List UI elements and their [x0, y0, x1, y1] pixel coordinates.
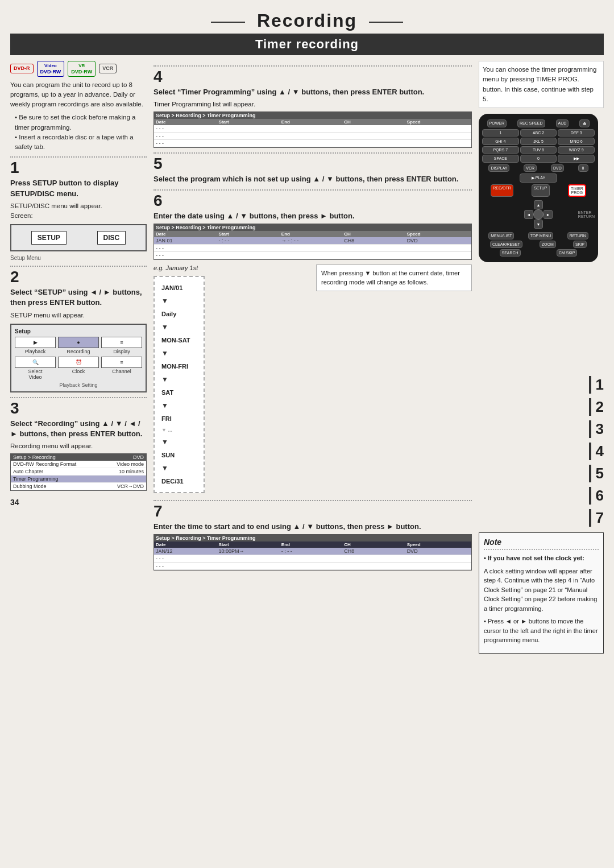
setup-menu-icons: ▶ Playback ● Recording ≡ Display 🔍 — [15, 337, 142, 380]
btn-2[interactable]: ABC 2 — [520, 129, 557, 137]
title-text: Recording — [257, 10, 357, 31]
btn-3[interactable]: DEF 3 — [558, 129, 595, 137]
disc-box: DISC — [97, 231, 126, 245]
ds-arrow-1: ▼ — [161, 294, 197, 308]
pause-btn[interactable]: II — [578, 164, 588, 172]
timer-row-7-data: JAN/1210:00PM→- : - -CH8DVD — [154, 548, 471, 555]
intro-text: You can program the unit to record up to… — [10, 80, 147, 110]
ds-mon-sat: MON-SAT — [161, 334, 197, 346]
dpad-enter[interactable] — [533, 209, 544, 220]
skip-btn[interactable]: SKIP — [573, 241, 587, 248]
main-title: Recording — [10, 10, 604, 31]
btn-space[interactable]: SPACE — [482, 155, 519, 163]
remote-clear-row: CLEAR/RESET ZOOM SKIP — [482, 241, 595, 248]
remote-dpad-area: ▲ ▼ ◄ ► ENTERRETURN — [482, 200, 595, 229]
step3-num: 3 — [10, 400, 147, 416]
bullet-disc: Insert a recordable disc or a tape with … — [15, 133, 147, 152]
timer-row-6-data: JAN 01- : - -→ - : - -CH8DVD — [154, 237, 471, 245]
rec-otr-btn[interactable]: REC/OTR — [491, 184, 513, 197]
timer-prog-btn[interactable]: TIMERPROG — [568, 184, 586, 197]
step1-screen-label: Screen: — [10, 211, 147, 221]
playback-setting-label: Playback Setting — [15, 382, 142, 388]
eg-label: e.g. January 1st — [154, 264, 309, 271]
timer-prog-table-7: Setup > Recording > Timer Programming Da… — [154, 534, 472, 571]
subtitle-bar: Timer recording — [10, 34, 604, 55]
btn-6[interactable]: MNO 6 — [558, 138, 595, 145]
dpad-down[interactable]: ▼ — [534, 220, 543, 229]
step6-date-seq-area: e.g. January 1st JAN/01 ▼ Daily ▼ MON-SA… — [154, 262, 309, 495]
remote-control: POWER REC SPEED AUD ⏏ 1 ABC 2 DEF 3 GHI … — [479, 114, 598, 262]
step2-num: 2 — [10, 269, 147, 285]
ds-mon-fri: MON-FRI — [161, 360, 197, 373]
ds-arrow-3: ▼ — [161, 346, 197, 360]
btn-4[interactable]: GHI 4 — [482, 138, 519, 145]
left-column: DVD-R VideoDVD-RW VRDVD-RW VCR You can p… — [10, 61, 147, 507]
center-column: 4 Select “Timer Programming” using ▲ / ▼… — [154, 61, 472, 573]
remote-mid-row: DISPLAY VCR DVD II — [482, 164, 595, 172]
dvdrw-video-icon: VideoDVD-RW — [37, 61, 65, 77]
note-bullet-1: If you have not set the clock yet: — [484, 553, 599, 563]
ds-arrow-5: ▼ — [161, 399, 197, 412]
ds-sun: SUN — [161, 449, 197, 461]
step1-num: 1 — [10, 160, 147, 176]
step7-num: 7 — [154, 503, 472, 519]
menu-list-btn[interactable]: MENU/LIST — [488, 232, 514, 239]
rec-speed-btn[interactable]: REC SPEED — [517, 119, 545, 127]
ds-arrow-8: ▼ — [161, 461, 197, 475]
display-icon: ≡ — [101, 337, 142, 348]
search-btn[interactable]: SEARCH — [500, 249, 521, 257]
intro-bullets: Be sure to set the clock before making a… — [10, 113, 147, 152]
setup-btn[interactable]: SETUP — [532, 184, 549, 197]
channel-icon: ≡ — [101, 357, 142, 368]
rec-row-4: Dubbing Mode VCR→DVD — [11, 483, 146, 490]
side-step7: 7 — [589, 509, 604, 527]
btn-skip-fwd[interactable]: ▶▶ — [558, 155, 595, 163]
cm-skip-btn[interactable]: CM SKIP — [557, 249, 578, 257]
display-btn[interactable]: DISPLAY — [488, 164, 509, 172]
audio-btn[interactable]: AUD — [556, 119, 569, 127]
step2-heading: Select “SETUP” using ◄ / ► buttons, then… — [10, 287, 147, 308]
btn-1[interactable]: 1 — [482, 129, 519, 137]
step1-heading: Press SETUP button to display SETUP/DISC… — [10, 178, 147, 199]
rec-row-3-highlight: Timer Programming — [11, 476, 146, 483]
btn-8[interactable]: TUV 8 — [520, 146, 557, 154]
top-menu-btn[interactable]: TOP MENU — [528, 232, 554, 239]
btn-9[interactable]: WXYZ 9 — [558, 146, 595, 154]
return-btn[interactable]: RETURN — [567, 232, 588, 239]
setup-menu-title: Setup — [15, 328, 142, 334]
note-title: Note — [484, 538, 599, 550]
timer-row-4-2: - - - — [154, 133, 471, 140]
remote-dpad: ▲ ▼ ◄ ► — [524, 200, 553, 229]
step3-body: Recording menu will appear. — [10, 441, 147, 451]
vcr-btn[interactable]: VCR — [524, 164, 537, 172]
dpad-right[interactable]: ► — [544, 210, 553, 219]
select-video-icon: 🔍 — [15, 357, 56, 368]
timer-row-6-2: - - - — [154, 245, 471, 252]
btn-7[interactable]: PQRS 7 — [482, 146, 519, 154]
power-btn[interactable]: POWER — [487, 119, 507, 127]
dpad-up[interactable]: ▲ — [534, 200, 543, 209]
note-bullet-2: Press ◄ or ► buttons to move the cursor … — [484, 617, 599, 645]
clear-reset-btn[interactable]: CLEAR/RESET — [490, 241, 522, 248]
step6-num: 6 — [154, 193, 472, 209]
btn-5[interactable]: JKL 5 — [520, 138, 557, 145]
remote-enter-label: ENTERRETURN — [578, 210, 595, 218]
setup-menu-screen: Setup ▶ Playback ● Recording ≡ Display — [10, 324, 147, 392]
timer-row-7-2: - - - — [154, 555, 471, 563]
timer-table-header-7: Setup > Recording > Timer Programming — [154, 535, 471, 542]
side-step6: 6 — [589, 487, 604, 505]
ds-jan01: JAN/01 — [161, 282, 197, 294]
open-close-btn[interactable]: ⏏ — [579, 119, 590, 127]
zoom-btn[interactable]: ZOOM — [540, 241, 556, 248]
ds-arrow-2: ▼ — [161, 320, 197, 334]
setup-menu-label: Setup Menu — [10, 255, 147, 261]
step6-when-pressing: When pressing ▼ button at the current da… — [316, 262, 472, 495]
side-step3: 3 — [589, 420, 604, 438]
side-step1: 1 — [589, 376, 604, 394]
note-body-1: A clock setting window will appear after… — [484, 567, 599, 614]
btn-0[interactable]: 0 — [520, 155, 557, 163]
dpad-left[interactable]: ◄ — [524, 210, 533, 219]
dvd-btn[interactable]: DVD — [551, 164, 564, 172]
play-btn[interactable]: ▶ PLAY — [520, 173, 557, 183]
timer-prog-table-4: Setup > Recording > Timer Programming Da… — [154, 111, 472, 148]
